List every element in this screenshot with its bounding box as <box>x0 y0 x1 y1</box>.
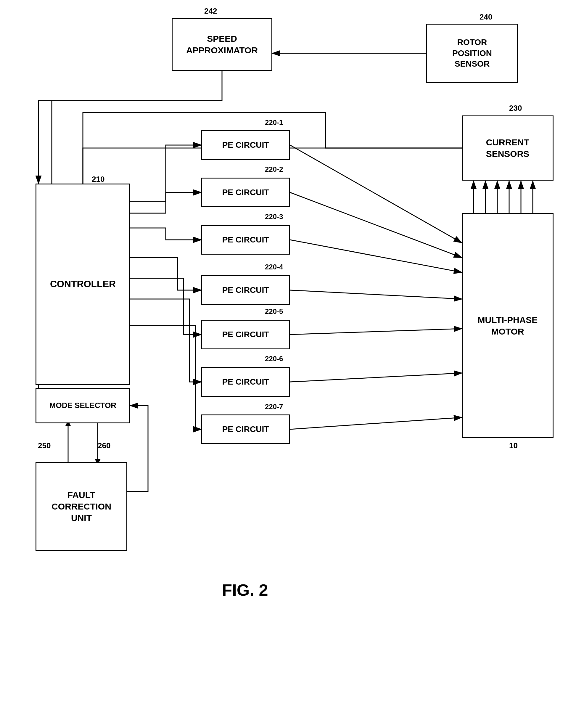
ref-220-2: 220-2 <box>265 165 283 174</box>
ref-10: 10 <box>509 441 518 450</box>
mode-selector-box: MODE SELECTOR <box>35 388 130 423</box>
pe-circuit-7-box: PE CIRCUIT <box>201 414 290 444</box>
ref-240: 240 <box>479 12 492 22</box>
svg-line-7 <box>290 329 462 335</box>
pe-circuit-4-label: PE CIRCUIT <box>222 285 269 295</box>
controller-box: CONTROLLER <box>35 184 130 385</box>
ref-220-4: 220-4 <box>265 263 283 271</box>
rotor-position-sensor-label: ROTORPOSITIONSENSOR <box>452 37 492 69</box>
ref-220-6: 220-6 <box>265 355 283 363</box>
ref-260: 260 <box>98 441 110 450</box>
current-sensors-box: CURRENTSENSORS <box>462 115 554 181</box>
speed-approximator-label: SPEED APPROXIMATOR <box>172 33 271 56</box>
multi-phase-motor-box: MULTI-PHASEMOTOR <box>462 213 554 438</box>
speed-approximator-box: SPEED APPROXIMATOR <box>172 18 272 71</box>
svg-line-4 <box>290 192 462 258</box>
current-sensors-label: CURRENTSENSORS <box>486 136 530 160</box>
multi-phase-motor-label: MULTI-PHASEMOTOR <box>478 314 538 337</box>
ref-210: 210 <box>92 175 105 184</box>
pe-circuit-6-label: PE CIRCUIT <box>222 376 269 387</box>
svg-line-6 <box>290 290 462 299</box>
pe-circuit-1-box: PE CIRCUIT <box>201 130 290 160</box>
pe-circuit-2-label: PE CIRCUIT <box>222 187 269 198</box>
ref-220-1: 220-1 <box>265 119 283 127</box>
pe-circuit-6-box: PE CIRCUIT <box>201 367 290 397</box>
diagram: SPEED APPROXIMATOR 242 ROTORPOSITIONSENS… <box>0 0 584 728</box>
ref-242: 242 <box>204 6 217 16</box>
pe-circuit-5-box: PE CIRCUIT <box>201 320 290 349</box>
ref-220-5: 220-5 <box>265 307 283 316</box>
controller-label: CONTROLLER <box>50 278 116 290</box>
rotor-position-sensor-box: ROTORPOSITIONSENSOR <box>426 24 518 83</box>
svg-line-5 <box>290 240 462 272</box>
ref-250: 250 <box>38 441 51 450</box>
fault-correction-unit-box: FAULTCORRECTIONUNIT <box>35 462 127 551</box>
svg-line-3 <box>290 145 462 243</box>
mode-selector-label: MODE SELECTOR <box>49 400 116 411</box>
svg-line-9 <box>290 417 462 429</box>
svg-line-8 <box>290 373 462 382</box>
pe-circuit-7-label: PE CIRCUIT <box>222 424 269 435</box>
pe-circuit-3-label: PE CIRCUIT <box>222 234 269 245</box>
ref-230: 230 <box>509 104 522 113</box>
pe-circuit-2-box: PE CIRCUIT <box>201 178 290 207</box>
ref-220-7: 220-7 <box>265 402 283 411</box>
pe-circuit-1-label: PE CIRCUIT <box>222 140 269 150</box>
figure-label: FIG. 2 <box>222 580 268 599</box>
pe-circuit-5-label: PE CIRCUIT <box>222 329 269 340</box>
pe-circuit-3-box: PE CIRCUIT <box>201 225 290 255</box>
fault-correction-unit-label: FAULTCORRECTIONUNIT <box>52 489 111 524</box>
pe-circuit-4-box: PE CIRCUIT <box>201 275 290 305</box>
ref-220-3: 220-3 <box>265 213 283 221</box>
